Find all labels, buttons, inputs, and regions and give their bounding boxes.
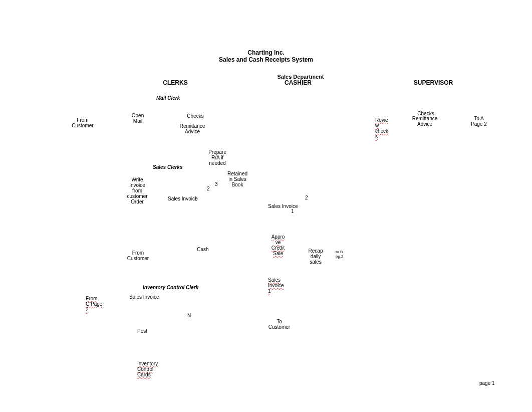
ic-n: N [187,313,191,318]
footer-page: page 1 [479,380,495,386]
subhead-inventory-clerk: Inventory Control Clerk [143,285,198,290]
title-block: Charting Inc. Sales and Cash Receipts Sy… [0,49,532,63]
sc-write-invoice: Write Invoice from customer Order [122,177,152,204]
sc-sales-invoice-label: Sales Invoice [168,196,197,201]
mc-open-mail: Open Mail [125,113,150,124]
ca-sales-invoice-1: Sales Invoice 1 [268,277,287,294]
ca-to-customer: To Customer [265,319,293,330]
ca-to-b-pg2-num: 2 [341,254,343,259]
ic-post: Post [137,328,147,334]
title-line-2: Sales and Cash Receipts System [0,56,532,63]
mc-remittance-advice: Remittance Advice [174,123,210,134]
su-to-a-page-2: To A Page 2 [466,116,492,127]
ic-sales-invoice: Sales Invoice [129,294,159,300]
mc-prepare-ra: Prepare R/A if needed [203,149,232,166]
sc-retained: Retained in Sales Book [224,171,250,187]
su-review-checks: Revie w check s [375,117,387,139]
ca-approve-credit-sale: Appro ve Credit Sale [271,234,286,256]
title-line-1: Charting Inc. [0,49,532,56]
col-supervisor: SUPERVISOR [401,79,466,86]
mc-checks: Checks [180,113,210,119]
mc-from-customer: From Customer [65,117,100,128]
subhead-mail-clerk: Mail Clerk [156,95,180,101]
ca-recap-daily-sales: Recap daily sales [306,248,326,265]
sc-copy-1: 1 [194,196,197,201]
subhead-sales-clerks: Sales Clerks [153,164,183,170]
sc-cash: Cash [193,247,213,252]
ca-copy-1: 1 [291,209,294,214]
ic-inventory-control-cards: Inventory Control Cards [137,361,167,377]
sc-copy-3: 3 [215,181,218,187]
ca-copy-2: 2 [305,195,308,200]
col-clerks: CLERKS [140,79,210,86]
su-remittance-advice: Remittance Advice [407,116,443,127]
col-cashier: CASHIER [271,79,326,86]
ic-from-c-page-2: From C Page 2 [86,296,106,312]
sc-from-customer: From Customer [124,250,152,261]
sc-copy-2: 2 [207,186,210,191]
